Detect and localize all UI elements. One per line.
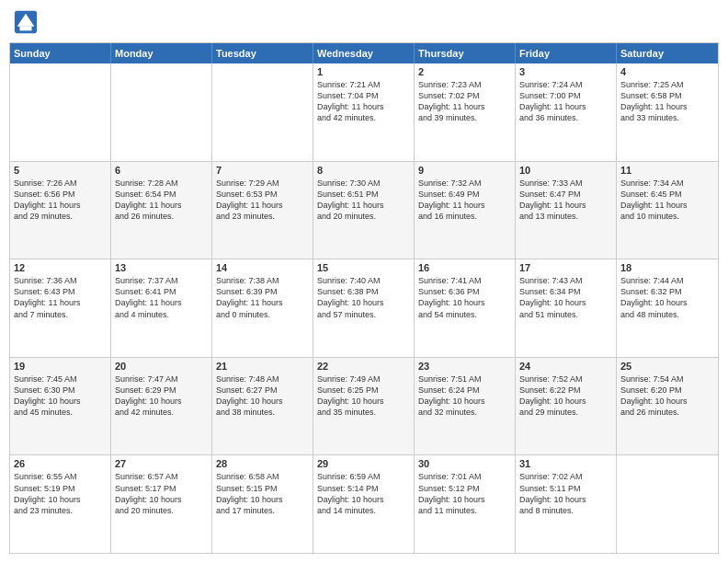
cell-text: Sunrise: 7:41 AMSunset: 6:36 PMDaylight:… bbox=[418, 275, 511, 320]
calendar-cell-1-1: 6Sunrise: 7:28 AMSunset: 6:54 PMDaylight… bbox=[111, 162, 212, 259]
header-day-monday: Monday bbox=[111, 43, 212, 63]
cell-text: Sunrise: 7:29 AMSunset: 6:53 PMDaylight:… bbox=[216, 178, 309, 223]
calendar-cell-4-2: 28Sunrise: 6:58 AMSunset: 5:15 PMDayligh… bbox=[212, 455, 313, 553]
header-day-wednesday: Wednesday bbox=[313, 43, 415, 63]
calendar-cell-3-2: 21Sunrise: 7:48 AMSunset: 6:27 PMDayligh… bbox=[212, 358, 313, 455]
calendar-row-1: 5Sunrise: 7:26 AMSunset: 6:56 PMDaylight… bbox=[10, 161, 718, 259]
cell-text: Sunrise: 7:36 AMSunset: 6:43 PMDaylight:… bbox=[14, 275, 107, 320]
day-number: 17 bbox=[519, 262, 612, 273]
cell-text: Sunrise: 7:21 AMSunset: 7:04 PMDaylight:… bbox=[317, 79, 410, 124]
cell-text: Sunrise: 7:30 AMSunset: 6:51 PMDaylight:… bbox=[317, 178, 410, 223]
calendar-cell-2-5: 17Sunrise: 7:43 AMSunset: 6:34 PMDayligh… bbox=[516, 259, 617, 357]
cell-text: Sunrise: 7:45 AMSunset: 6:30 PMDaylight:… bbox=[14, 373, 107, 419]
cell-text: Sunrise: 6:57 AMSunset: 5:17 PMDaylight:… bbox=[115, 471, 208, 516]
cell-text: Sunrise: 7:24 AMSunset: 7:00 PMDaylight:… bbox=[519, 79, 612, 124]
cell-text: Sunrise: 7:01 AMSunset: 5:12 PMDaylight:… bbox=[418, 471, 511, 516]
day-number: 2 bbox=[418, 66, 511, 77]
cell-text: Sunrise: 7:52 AMSunset: 6:22 PMDaylight:… bbox=[519, 373, 612, 419]
calendar-cell-0-4: 2Sunrise: 7:23 AMSunset: 7:02 PMDaylight… bbox=[415, 63, 516, 161]
cell-text: Sunrise: 7:43 AMSunset: 6:34 PMDaylight:… bbox=[519, 275, 612, 320]
day-number: 18 bbox=[620, 262, 714, 273]
calendar-cell-4-4: 30Sunrise: 7:01 AMSunset: 5:12 PMDayligh… bbox=[415, 455, 516, 553]
calendar-cell-1-4: 9Sunrise: 7:32 AMSunset: 6:49 PMDaylight… bbox=[415, 162, 516, 259]
day-number: 24 bbox=[519, 361, 612, 372]
header-day-saturday: Saturday bbox=[617, 43, 718, 63]
calendar-cell-2-6: 18Sunrise: 7:44 AMSunset: 6:32 PMDayligh… bbox=[617, 259, 718, 357]
calendar-cell-1-3: 8Sunrise: 7:30 AMSunset: 6:51 PMDaylight… bbox=[313, 162, 415, 259]
cell-text: Sunrise: 7:51 AMSunset: 6:24 PMDaylight:… bbox=[418, 373, 511, 419]
calendar-cell-1-0: 5Sunrise: 7:26 AMSunset: 6:56 PMDaylight… bbox=[10, 162, 111, 259]
calendar-body: 1Sunrise: 7:21 AMSunset: 7:04 PMDaylight… bbox=[10, 63, 718, 553]
calendar-cell-0-3: 1Sunrise: 7:21 AMSunset: 7:04 PMDaylight… bbox=[313, 63, 415, 161]
day-number: 5 bbox=[14, 165, 107, 176]
calendar-cell-3-0: 19Sunrise: 7:45 AMSunset: 6:30 PMDayligh… bbox=[10, 358, 111, 455]
day-number: 15 bbox=[317, 262, 410, 273]
cell-text: Sunrise: 7:47 AMSunset: 6:29 PMDaylight:… bbox=[115, 373, 208, 419]
calendar-cell-2-3: 15Sunrise: 7:40 AMSunset: 6:38 PMDayligh… bbox=[313, 259, 415, 357]
day-number: 16 bbox=[418, 262, 511, 273]
cell-text: Sunrise: 7:40 AMSunset: 6:38 PMDaylight:… bbox=[317, 275, 410, 320]
day-number: 1 bbox=[317, 66, 410, 77]
calendar-cell-4-3: 29Sunrise: 6:59 AMSunset: 5:14 PMDayligh… bbox=[313, 455, 415, 553]
cell-text: Sunrise: 7:23 AMSunset: 7:02 PMDaylight:… bbox=[418, 79, 511, 124]
calendar-cell-3-4: 23Sunrise: 7:51 AMSunset: 6:24 PMDayligh… bbox=[415, 358, 516, 455]
calendar-cell-3-6: 25Sunrise: 7:54 AMSunset: 6:20 PMDayligh… bbox=[617, 358, 718, 455]
day-number: 20 bbox=[115, 361, 208, 372]
cell-text: Sunrise: 6:58 AMSunset: 5:15 PMDaylight:… bbox=[216, 471, 309, 516]
day-number: 14 bbox=[216, 262, 309, 273]
day-number: 11 bbox=[620, 165, 714, 176]
cell-text: Sunrise: 7:48 AMSunset: 6:27 PMDaylight:… bbox=[216, 373, 309, 419]
day-number: 27 bbox=[115, 458, 208, 469]
calendar-row-4: 26Sunrise: 6:55 AMSunset: 5:19 PMDayligh… bbox=[10, 454, 718, 553]
day-number: 4 bbox=[620, 66, 714, 77]
calendar-cell-1-6: 11Sunrise: 7:34 AMSunset: 6:45 PMDayligh… bbox=[617, 162, 718, 259]
header-day-tuesday: Tuesday bbox=[212, 43, 313, 63]
cell-text: Sunrise: 7:54 AMSunset: 6:20 PMDaylight:… bbox=[620, 373, 714, 419]
cell-text: Sunrise: 7:34 AMSunset: 6:45 PMDaylight:… bbox=[620, 178, 714, 223]
day-number: 21 bbox=[216, 361, 309, 372]
calendar-cell-3-3: 22Sunrise: 7:49 AMSunset: 6:25 PMDayligh… bbox=[313, 358, 415, 455]
cell-text: Sunrise: 6:55 AMSunset: 5:19 PMDaylight:… bbox=[14, 471, 107, 516]
header-day-sunday: Sunday bbox=[10, 43, 111, 63]
logo bbox=[13, 9, 42, 35]
calendar-cell-2-2: 14Sunrise: 7:38 AMSunset: 6:39 PMDayligh… bbox=[212, 259, 313, 357]
cell-text: Sunrise: 7:33 AMSunset: 6:47 PMDaylight:… bbox=[519, 178, 612, 223]
calendar-cell-1-5: 10Sunrise: 7:33 AMSunset: 6:47 PMDayligh… bbox=[516, 162, 617, 259]
day-number: 31 bbox=[519, 458, 612, 469]
cell-text: Sunrise: 7:28 AMSunset: 6:54 PMDaylight:… bbox=[115, 178, 208, 223]
calendar-cell-0-6: 4Sunrise: 7:25 AMSunset: 6:58 PMDaylight… bbox=[617, 63, 718, 161]
cell-text: Sunrise: 7:49 AMSunset: 6:25 PMDaylight:… bbox=[317, 373, 410, 419]
calendar-cell-0-5: 3Sunrise: 7:24 AMSunset: 7:00 PMDaylight… bbox=[516, 63, 617, 161]
calendar-cell-4-6 bbox=[617, 455, 718, 553]
cell-text: Sunrise: 7:25 AMSunset: 6:58 PMDaylight:… bbox=[620, 79, 714, 124]
day-number: 7 bbox=[216, 165, 309, 176]
day-number: 19 bbox=[14, 361, 107, 372]
calendar-cell-4-0: 26Sunrise: 6:55 AMSunset: 5:19 PMDayligh… bbox=[10, 455, 111, 553]
calendar-cell-4-1: 27Sunrise: 6:57 AMSunset: 5:17 PMDayligh… bbox=[111, 455, 212, 553]
calendar-row-2: 12Sunrise: 7:36 AMSunset: 6:43 PMDayligh… bbox=[10, 259, 718, 357]
day-number: 23 bbox=[418, 361, 511, 372]
day-number: 13 bbox=[115, 262, 208, 273]
calendar-cell-1-2: 7Sunrise: 7:29 AMSunset: 6:53 PMDaylight… bbox=[212, 162, 313, 259]
header-day-friday: Friday bbox=[516, 43, 617, 63]
calendar-cell-4-5: 31Sunrise: 7:02 AMSunset: 5:11 PMDayligh… bbox=[516, 455, 617, 553]
cell-text: Sunrise: 7:44 AMSunset: 6:32 PMDaylight:… bbox=[620, 275, 714, 320]
calendar-cell-2-0: 12Sunrise: 7:36 AMSunset: 6:43 PMDayligh… bbox=[10, 259, 111, 357]
calendar-cell-0-2 bbox=[212, 63, 313, 161]
calendar-cell-2-4: 16Sunrise: 7:41 AMSunset: 6:36 PMDayligh… bbox=[415, 259, 516, 357]
cell-text: Sunrise: 7:37 AMSunset: 6:41 PMDaylight:… bbox=[115, 275, 208, 320]
calendar-cell-3-1: 20Sunrise: 7:47 AMSunset: 6:29 PMDayligh… bbox=[111, 358, 212, 455]
calendar-cell-2-1: 13Sunrise: 7:37 AMSunset: 6:41 PMDayligh… bbox=[111, 259, 212, 357]
day-number: 22 bbox=[317, 361, 410, 372]
day-number: 26 bbox=[14, 458, 107, 469]
day-number: 30 bbox=[418, 458, 511, 469]
calendar-row-3: 19Sunrise: 7:45 AMSunset: 6:30 PMDayligh… bbox=[10, 357, 718, 455]
day-number: 6 bbox=[115, 165, 208, 176]
cell-text: Sunrise: 7:38 AMSunset: 6:39 PMDaylight:… bbox=[216, 275, 309, 320]
day-number: 3 bbox=[519, 66, 612, 77]
day-number: 28 bbox=[216, 458, 309, 469]
day-number: 10 bbox=[519, 165, 612, 176]
svg-rect-2 bbox=[19, 27, 31, 31]
cell-text: Sunrise: 7:32 AMSunset: 6:49 PMDaylight:… bbox=[418, 178, 511, 223]
cell-text: Sunrise: 6:59 AMSunset: 5:14 PMDaylight:… bbox=[317, 471, 410, 516]
